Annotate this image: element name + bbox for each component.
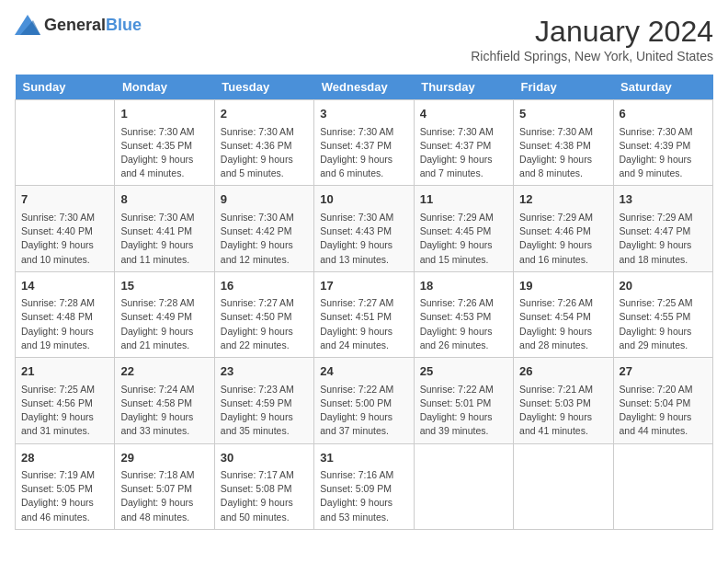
calendar-cell: 12Sunrise: 7:29 AMSunset: 4:46 PMDayligh… [514,186,613,271]
cell-info: Sunrise: 7:30 AMSunset: 4:40 PMDaylight:… [21,211,108,267]
calendar-table: SundayMondayTuesdayWednesdayThursdayFrid… [15,75,713,530]
date-number: 18 [420,277,507,295]
page-header: GeneralBlue January 2024 Richfield Sprin… [15,15,713,63]
date-number: 28 [21,449,108,467]
date-number: 11 [420,190,507,209]
day-header-saturday: Saturday [613,75,712,100]
title-area: January 2024 Richfield Springs, New York… [471,15,713,63]
date-number: 23 [221,362,308,381]
day-header-friday: Friday [514,75,613,100]
calendar-cell: 30Sunrise: 7:17 AMSunset: 5:08 PMDayligh… [214,443,313,529]
cell-info: Sunrise: 7:30 AMSunset: 4:37 PMDaylight:… [420,125,507,181]
date-number: 2 [221,105,308,123]
date-number: 4 [420,105,507,123]
cell-info: Sunrise: 7:26 AMSunset: 4:54 PMDaylight:… [519,296,607,352]
calendar-cell [414,443,513,529]
cell-info: Sunrise: 7:25 AMSunset: 4:55 PMDaylight:… [620,296,707,352]
cell-info: Sunrise: 7:26 AMSunset: 4:53 PMDaylight:… [420,296,507,352]
week-row-5: 28Sunrise: 7:19 AMSunset: 5:05 PMDayligh… [16,443,713,529]
calendar-cell: 3Sunrise: 7:30 AMSunset: 4:37 PMDaylight… [314,100,414,186]
cell-info: Sunrise: 7:20 AMSunset: 5:04 PMDaylight:… [620,383,707,439]
calendar-cell: 25Sunrise: 7:22 AMSunset: 5:01 PMDayligh… [414,358,513,443]
cell-info: Sunrise: 7:27 AMSunset: 4:51 PMDaylight:… [320,296,407,352]
cell-info: Sunrise: 7:30 AMSunset: 4:39 PMDaylight:… [620,125,707,181]
cell-info: Sunrise: 7:19 AMSunset: 5:05 PMDaylight:… [21,468,108,524]
calendar-cell: 17Sunrise: 7:27 AMSunset: 4:51 PMDayligh… [314,271,414,357]
date-number: 30 [221,449,308,467]
calendar-cell: 13Sunrise: 7:29 AMSunset: 4:47 PMDayligh… [613,186,712,271]
date-number: 25 [420,362,507,381]
cell-info: Sunrise: 7:22 AMSunset: 5:01 PMDaylight:… [420,383,507,439]
calendar-cell: 16Sunrise: 7:27 AMSunset: 4:50 PMDayligh… [214,271,313,357]
calendar-cell: 10Sunrise: 7:30 AMSunset: 4:43 PMDayligh… [314,186,414,271]
date-number: 20 [620,277,707,295]
calendar-cell: 4Sunrise: 7:30 AMSunset: 4:37 PMDaylight… [414,100,513,186]
date-number: 12 [519,190,607,209]
logo-text-blue: Blue [106,16,142,34]
calendar-cell: 1Sunrise: 7:30 AMSunset: 4:35 PMDaylight… [115,100,214,186]
cell-info: Sunrise: 7:18 AMSunset: 5:07 PMDaylight:… [120,468,208,524]
cell-info: Sunrise: 7:30 AMSunset: 4:43 PMDaylight:… [320,211,407,267]
cell-info: Sunrise: 7:28 AMSunset: 4:48 PMDaylight:… [21,296,108,352]
date-number: 27 [620,362,707,381]
cell-info: Sunrise: 7:30 AMSunset: 4:37 PMDaylight:… [320,125,407,181]
logo-text-general: General [44,16,106,34]
calendar-cell: 27Sunrise: 7:20 AMSunset: 5:04 PMDayligh… [613,358,712,443]
calendar-cell: 18Sunrise: 7:26 AMSunset: 4:53 PMDayligh… [414,271,513,357]
day-header-wednesday: Wednesday [314,75,414,100]
calendar-cell: 8Sunrise: 7:30 AMSunset: 4:41 PMDaylight… [115,186,214,271]
cell-info: Sunrise: 7:17 AMSunset: 5:08 PMDaylight:… [221,468,308,524]
calendar-cell: 31Sunrise: 7:16 AMSunset: 5:09 PMDayligh… [314,443,414,529]
date-number: 13 [620,190,707,209]
date-number: 22 [120,362,208,381]
cell-info: Sunrise: 7:27 AMSunset: 4:50 PMDaylight:… [221,296,308,352]
cell-info: Sunrise: 7:29 AMSunset: 4:45 PMDaylight:… [420,211,507,267]
calendar-header-row: SundayMondayTuesdayWednesdayThursdayFrid… [16,75,713,100]
cell-info: Sunrise: 7:16 AMSunset: 5:09 PMDaylight:… [320,468,407,524]
cell-info: Sunrise: 7:22 AMSunset: 5:00 PMDaylight:… [320,383,407,439]
calendar-cell: 15Sunrise: 7:28 AMSunset: 4:49 PMDayligh… [115,271,214,357]
cell-info: Sunrise: 7:30 AMSunset: 4:35 PMDaylight:… [120,125,208,181]
cell-info: Sunrise: 7:21 AMSunset: 5:03 PMDaylight:… [519,383,607,439]
week-row-2: 7Sunrise: 7:30 AMSunset: 4:40 PMDaylight… [16,186,713,271]
date-number: 1 [120,105,208,123]
calendar-cell: 5Sunrise: 7:30 AMSunset: 4:38 PMDaylight… [514,100,613,186]
date-number: 26 [519,362,607,381]
date-number: 7 [21,190,108,209]
logo: GeneralBlue [15,15,142,35]
date-number: 6 [620,105,707,123]
calendar-cell: 22Sunrise: 7:24 AMSunset: 4:58 PMDayligh… [115,358,214,443]
cell-info: Sunrise: 7:30 AMSunset: 4:42 PMDaylight:… [221,211,308,267]
day-header-monday: Monday [115,75,214,100]
week-row-1: 1Sunrise: 7:30 AMSunset: 4:35 PMDaylight… [16,100,713,186]
location-title: Richfield Springs, New York, United Stat… [471,49,713,63]
date-number: 24 [320,362,407,381]
date-number: 14 [21,277,108,295]
date-number: 16 [221,277,308,295]
calendar-cell: 28Sunrise: 7:19 AMSunset: 5:05 PMDayligh… [16,443,115,529]
date-number: 17 [320,277,407,295]
logo-icon [15,15,40,35]
date-number: 29 [120,449,208,467]
cell-info: Sunrise: 7:25 AMSunset: 4:56 PMDaylight:… [21,383,108,439]
date-number: 8 [120,190,208,209]
date-number: 19 [519,277,607,295]
date-number: 31 [320,449,407,467]
cell-info: Sunrise: 7:29 AMSunset: 4:47 PMDaylight:… [620,211,707,267]
calendar-cell [613,443,712,529]
day-header-tuesday: Tuesday [214,75,313,100]
cell-info: Sunrise: 7:30 AMSunset: 4:38 PMDaylight:… [519,125,607,181]
calendar-cell: 2Sunrise: 7:30 AMSunset: 4:36 PMDaylight… [214,100,313,186]
date-number: 10 [320,190,407,209]
calendar-cell: 24Sunrise: 7:22 AMSunset: 5:00 PMDayligh… [314,358,414,443]
calendar-cell: 6Sunrise: 7:30 AMSunset: 4:39 PMDaylight… [613,100,712,186]
calendar-cell [514,443,613,529]
calendar-cell: 7Sunrise: 7:30 AMSunset: 4:40 PMDaylight… [16,186,115,271]
date-number: 5 [519,105,607,123]
calendar-cell: 9Sunrise: 7:30 AMSunset: 4:42 PMDaylight… [214,186,313,271]
cell-info: Sunrise: 7:24 AMSunset: 4:58 PMDaylight:… [120,383,208,439]
cell-info: Sunrise: 7:29 AMSunset: 4:46 PMDaylight:… [519,211,607,267]
date-number: 3 [320,105,407,123]
calendar-cell: 29Sunrise: 7:18 AMSunset: 5:07 PMDayligh… [115,443,214,529]
calendar-cell: 11Sunrise: 7:29 AMSunset: 4:45 PMDayligh… [414,186,513,271]
